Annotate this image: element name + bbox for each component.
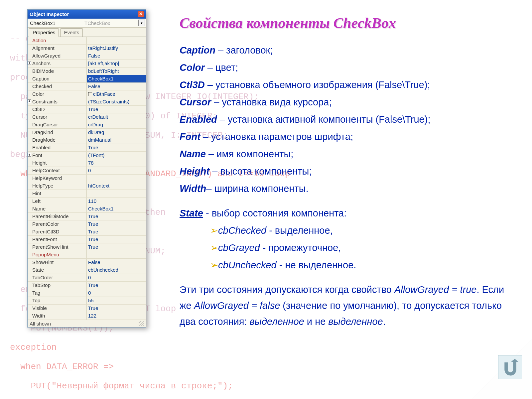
property-value[interactable]: True xyxy=(87,228,146,235)
property-row[interactable]: ParentBiDiModeTrue xyxy=(28,213,146,220)
property-value[interactable]: False xyxy=(87,259,146,266)
expand-icon[interactable]: + xyxy=(28,61,31,65)
property-name: Height xyxy=(28,159,87,167)
chevron-down-icon[interactable]: ▾ xyxy=(138,20,145,26)
property-value[interactable]: 122 xyxy=(87,312,146,320)
property-row[interactable]: Top55 xyxy=(28,297,146,305)
property-value[interactable] xyxy=(87,175,146,182)
close-icon[interactable]: ✕ xyxy=(138,11,144,17)
property-value[interactable]: True xyxy=(87,106,146,113)
property-row[interactable]: CheckedFalse xyxy=(28,83,146,90)
property-row[interactable]: TabOrder0 xyxy=(28,274,146,282)
property-name: Caption xyxy=(28,75,87,82)
property-row[interactable]: ParentCtl3DTrue xyxy=(28,228,146,236)
property-value[interactable] xyxy=(87,190,146,197)
property-row[interactable]: Height78 xyxy=(28,159,146,167)
property-value[interactable]: crDefault xyxy=(87,113,146,121)
window-title: Object Inspector xyxy=(30,11,69,17)
property-value[interactable]: False xyxy=(87,83,146,90)
property-row[interactable]: Hint xyxy=(28,190,146,198)
property-value[interactable]: dkDrag xyxy=(87,129,146,136)
property-row[interactable]: NameCheckBox1 xyxy=(28,205,146,213)
property-name: ParentBiDiMode xyxy=(28,213,87,220)
property-row[interactable]: HelpTypehtContext xyxy=(28,182,146,190)
property-name: ParentColor xyxy=(28,220,87,228)
property-value[interactable]: bdLeftToRight xyxy=(87,67,146,75)
tab-events[interactable]: Events xyxy=(60,28,83,37)
property-row[interactable]: +Anchors[akLeft,akTop] xyxy=(28,60,146,67)
property-value[interactable]: htContext xyxy=(87,182,146,190)
property-value[interactable]: clBtnFace xyxy=(87,90,146,98)
property-value[interactable]: crDrag xyxy=(87,121,146,128)
property-row[interactable]: TabStopTrue xyxy=(28,282,146,289)
property-row[interactable]: Left110 xyxy=(28,198,146,205)
property-row[interactable]: VisibleTrue xyxy=(28,305,146,312)
property-value[interactable]: True xyxy=(87,236,146,243)
property-row[interactable]: BiDiModebdLeftToRight xyxy=(28,67,146,75)
property-value[interactable]: True xyxy=(87,220,146,228)
property-value[interactable]: cbUnchecked xyxy=(87,266,146,274)
property-row[interactable]: Tag0 xyxy=(28,289,146,297)
property-row[interactable]: Action xyxy=(28,37,146,45)
property-value[interactable]: True xyxy=(87,305,146,312)
property-row[interactable]: ShowHintFalse xyxy=(28,259,146,266)
back-button[interactable] xyxy=(498,355,522,379)
property-row[interactable]: DragKinddkDrag xyxy=(28,129,146,136)
property-row[interactable]: ColorclBtnFace xyxy=(28,90,146,98)
property-row[interactable]: EnabledTrue xyxy=(28,144,146,152)
tab-properties[interactable]: Properties xyxy=(29,28,59,37)
expand-icon[interactable]: + xyxy=(28,153,31,157)
property-value[interactable]: 0 xyxy=(87,167,146,174)
property-value[interactable]: (TFont) xyxy=(87,152,146,159)
property-row[interactable]: StatecbUnchecked xyxy=(28,266,146,274)
property-row[interactable]: Width122 xyxy=(28,312,146,320)
property-row[interactable]: PopupMenu xyxy=(28,251,146,259)
property-row[interactable]: DragCursorcrDrag xyxy=(28,121,146,129)
property-row[interactable]: HelpContext0 xyxy=(28,167,146,175)
property-row[interactable]: CaptionCheckBox1 xyxy=(28,75,146,83)
property-row[interactable]: AlignmenttaRightJustify xyxy=(28,45,146,52)
property-value[interactable]: True xyxy=(87,213,146,220)
property-row[interactable]: ParentFontTrue xyxy=(28,236,146,243)
property-row[interactable]: +Font(TFont) xyxy=(28,152,146,159)
property-value[interactable]: CheckBox1 xyxy=(87,205,146,212)
property-value[interactable]: True xyxy=(87,144,146,151)
note-paragraph: Эти три состояния допускаются когда свой… xyxy=(180,282,505,330)
property-name: DragMode xyxy=(28,136,87,144)
state-item: ➢cbUnchecked - не выделенное. xyxy=(180,256,505,274)
property-row[interactable]: AllowGrayedFalse xyxy=(28,52,146,60)
property-value[interactable]: False xyxy=(87,52,146,60)
property-value[interactable]: 110 xyxy=(87,198,146,205)
inspector-tabs: Properties Events xyxy=(28,28,146,37)
resize-grip-icon[interactable] xyxy=(139,321,144,326)
property-row[interactable]: DragModedmManual xyxy=(28,136,146,144)
property-row[interactable]: +Constraints(TSizeConstraints) xyxy=(28,98,146,106)
property-value[interactable] xyxy=(87,251,146,258)
status-bar: All shown xyxy=(28,320,146,327)
expand-icon[interactable]: + xyxy=(28,99,31,103)
property-value[interactable]: taRightJustify xyxy=(87,45,146,52)
property-row[interactable]: ParentColorTrue xyxy=(28,220,146,228)
state-item: ➢cbChecked - выделенное, xyxy=(180,222,505,239)
property-name: HelpContext xyxy=(28,167,87,174)
property-value[interactable]: 55 xyxy=(87,297,146,304)
component-selector[interactable]: CheckBox1 TCheckBox ▾ xyxy=(28,19,146,28)
titlebar[interactable]: Object Inspector ✕ xyxy=(28,10,146,19)
property-value[interactable]: dmManual xyxy=(87,136,146,144)
property-row[interactable]: CursorcrDefault xyxy=(28,113,146,121)
property-value[interactable] xyxy=(87,37,146,44)
property-value[interactable]: 0 xyxy=(87,274,146,281)
property-row[interactable]: ParentShowHintTrue xyxy=(28,243,146,251)
property-value[interactable]: CheckBox1 xyxy=(87,75,146,82)
property-row[interactable]: HelpKeyword xyxy=(28,175,146,182)
property-name: +Constraints xyxy=(28,98,87,105)
property-value[interactable]: True xyxy=(87,282,146,289)
property-row[interactable]: Ctl3DTrue xyxy=(28,106,146,113)
property-value[interactable]: [akLeft,akTop] xyxy=(87,60,146,67)
property-value[interactable]: 0 xyxy=(87,289,146,297)
property-value[interactable]: True xyxy=(87,243,146,251)
property-value[interactable]: 78 xyxy=(87,159,146,167)
status-text: All shown xyxy=(30,321,51,327)
property-value[interactable]: (TSizeConstraints) xyxy=(87,98,146,105)
property-item: Width– ширина компоненты. xyxy=(180,180,505,197)
